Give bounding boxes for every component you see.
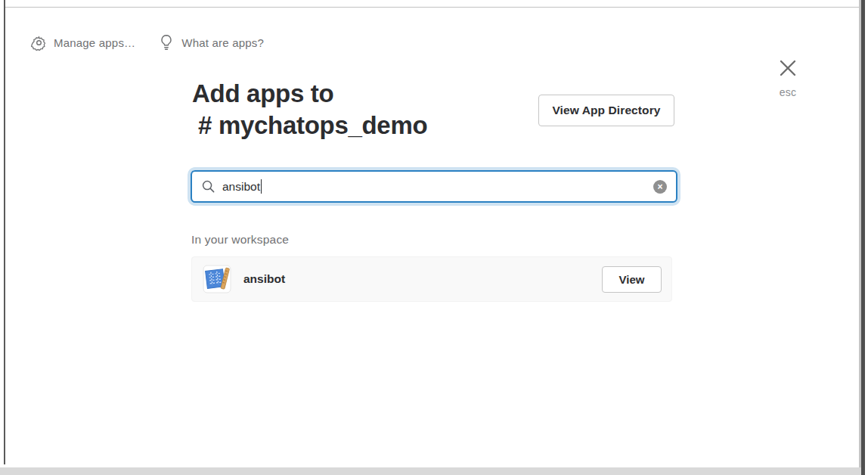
page-title: Add apps to # mychatops_demo: [192, 78, 525, 141]
search-icon: [201, 179, 215, 194]
view-app-directory-button[interactable]: View App Directory: [538, 95, 674, 126]
text-cursor: [261, 179, 262, 194]
search-input[interactable]: ansibot ×: [191, 170, 677, 203]
window-border-bottom: [0, 467, 861, 475]
window-border-left: [4, 0, 5, 464]
lightbulb-icon: [158, 34, 175, 51]
window-border-right: [861, 0, 865, 475]
what-are-apps-link[interactable]: What are apps?: [158, 34, 264, 51]
workspace-section-label: In your workspace: [191, 233, 289, 247]
page-title-line1: Add apps to: [192, 78, 525, 110]
window-border-top: [5, 7, 860, 8]
close-control: esc: [767, 57, 809, 98]
apps-toolbar: Manage apps… What are apps?: [30, 34, 264, 51]
add-apps-overlay: Manage apps… What are apps? esc Add apps…: [0, 0, 868, 475]
ansibot-app-icon: [202, 264, 232, 294]
app-name: ansibot: [243, 272, 285, 286]
view-app-button[interactable]: View: [602, 266, 662, 293]
manage-apps-link[interactable]: Manage apps…: [30, 34, 135, 51]
page-title-channel: # mychatops_demo: [192, 110, 525, 141]
clear-search-icon[interactable]: ×: [653, 180, 667, 194]
what-are-apps-label: What are apps?: [181, 36, 264, 49]
search-value: ansibot: [222, 180, 260, 194]
app-result-row: ansibot View: [191, 256, 672, 302]
gear-icon: [30, 34, 47, 51]
manage-apps-label: Manage apps…: [54, 36, 135, 49]
esc-label: esc: [767, 86, 809, 98]
close-icon[interactable]: [777, 57, 798, 82]
